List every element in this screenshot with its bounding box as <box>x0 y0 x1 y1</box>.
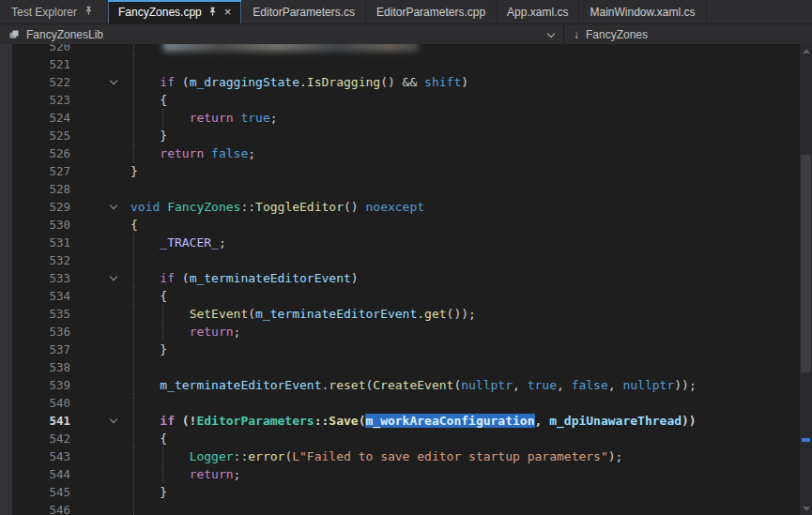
member-dropdown[interactable]: ↓ FancyZones <box>564 24 812 44</box>
breakpoint-margin[interactable] <box>0 269 12 287</box>
code-text[interactable]: { <box>123 430 799 447</box>
code-text[interactable] <box>123 358 799 376</box>
code-line[interactable]: 545 } <box>0 483 799 501</box>
scrollbar-up-button[interactable] <box>800 44 812 57</box>
code-text[interactable]: } <box>123 127 799 144</box>
code-line[interactable]: 530{ <box>0 216 799 234</box>
code-text[interactable]: } <box>123 162 799 180</box>
breakpoint-margin[interactable] <box>0 162 12 180</box>
breakpoint-margin[interactable] <box>0 127 12 144</box>
line-number[interactable]: 530 <box>12 216 70 234</box>
breakpoint-margin[interactable] <box>0 447 12 465</box>
code-line[interactable]: 533 if (m_terminateEditorEvent) <box>0 269 799 287</box>
collapse-chevron-icon[interactable] <box>110 416 117 423</box>
line-number[interactable]: 541 <box>12 412 70 430</box>
code-text[interactable]: void FancyZones::ToggleEditor() noexcept <box>123 198 799 216</box>
line-number[interactable]: 545 <box>12 483 70 501</box>
line-number[interactable]: 528 <box>12 180 70 198</box>
breakpoint-margin[interactable] <box>0 412 12 430</box>
breakpoint-margin[interactable] <box>0 358 12 376</box>
code-text[interactable]: _TRACER_; <box>123 234 799 251</box>
line-number[interactable]: 524 <box>12 109 70 127</box>
code-line[interactable]: 529void FancyZones::ToggleEditor() noexc… <box>0 198 799 216</box>
code-line[interactable]: 541 if (!EditorParameters::Save(m_workAr… <box>0 412 799 430</box>
line-number[interactable]: 537 <box>12 341 70 358</box>
breakpoint-margin[interactable] <box>0 251 12 269</box>
code-line[interactable]: 532 <box>0 251 799 269</box>
line-number[interactable]: 533 <box>12 269 70 287</box>
scrollbar-down-button[interactable] <box>800 502 812 515</box>
code-line[interactable]: 535 SetEvent(m_terminateEditorEvent.get(… <box>0 305 799 323</box>
code-line[interactable]: 531 _TRACER_; <box>0 234 799 251</box>
code-line[interactable]: 524 return true; <box>0 109 799 127</box>
tab-fancyzones-cpp[interactable]: FancyZones.cpp× <box>108 0 242 23</box>
tab-editorparameters-cs[interactable]: EditorParameters.cs <box>242 0 366 23</box>
code-line[interactable]: 527} <box>0 162 799 180</box>
line-number[interactable]: 523 <box>12 91 70 109</box>
line-number[interactable]: 527 <box>12 162 70 180</box>
code-text[interactable]: { <box>123 216 799 234</box>
tab-mainwindow-xaml-cs[interactable]: MainWindow.xaml.cs <box>579 0 706 23</box>
code-line[interactable]: 542 { <box>0 430 799 447</box>
breakpoint-margin[interactable] <box>0 144 12 162</box>
breakpoint-margin[interactable] <box>0 55 12 73</box>
line-number[interactable]: 531 <box>12 234 70 251</box>
code-line[interactable]: 534 { <box>0 287 799 305</box>
code-text[interactable]: return; <box>123 465 799 483</box>
code-line[interactable]: 544 return; <box>0 465 799 483</box>
breakpoint-margin[interactable] <box>0 73 12 91</box>
close-icon[interactable]: × <box>224 6 232 18</box>
line-number[interactable]: 535 <box>12 305 70 323</box>
breakpoint-margin[interactable] <box>0 394 12 412</box>
line-number[interactable]: 526 <box>12 144 70 162</box>
code-text[interactable]: return false; <box>123 144 799 162</box>
breakpoint-margin[interactable] <box>0 501 12 515</box>
line-number[interactable]: 525 <box>12 127 70 144</box>
code-text[interactable] <box>123 180 799 198</box>
line-number[interactable]: 534 <box>12 287 70 305</box>
code-text[interactable] <box>123 44 799 55</box>
code-line[interactable]: 522 if (m_draggingState.IsDragging() && … <box>0 73 799 91</box>
code-line[interactable]: 520 <box>0 44 799 55</box>
code-editor[interactable]: 520 521522 if (m_draggingState.IsDraggin… <box>0 44 812 515</box>
code-text[interactable] <box>123 251 799 269</box>
breakpoint-margin[interactable] <box>0 430 12 447</box>
code-line[interactable]: 540 <box>0 394 799 412</box>
code-line[interactable]: 523 { <box>0 91 799 109</box>
code-text[interactable] <box>123 394 799 412</box>
code-text[interactable]: if (m_draggingState.IsDragging() && shif… <box>123 73 799 91</box>
breakpoint-margin[interactable] <box>0 109 12 127</box>
line-number[interactable]: 522 <box>12 73 70 91</box>
code-line[interactable]: 543 Logger::error(L"Failed to save edito… <box>0 447 799 465</box>
code-text[interactable]: if (!EditorParameters::Save(m_workAreaCo… <box>123 412 799 430</box>
code-text[interactable] <box>123 501 799 515</box>
code-line[interactable]: 526 return false; <box>0 144 799 162</box>
code-text[interactable]: { <box>123 91 799 109</box>
breakpoint-margin[interactable] <box>0 323 12 341</box>
line-number[interactable]: 542 <box>12 430 70 447</box>
pin-icon[interactable] <box>207 7 218 17</box>
code-line[interactable]: 537 } <box>0 341 799 358</box>
line-number[interactable]: 520 <box>12 44 70 55</box>
breakpoint-margin[interactable] <box>0 483 12 501</box>
breakpoint-margin[interactable] <box>0 180 12 198</box>
code-text[interactable]: { <box>123 287 799 305</box>
breakpoint-margin[interactable] <box>0 216 12 234</box>
code-line[interactable]: 525 } <box>0 127 799 144</box>
breakpoint-margin[interactable] <box>0 465 12 483</box>
code-text[interactable]: return; <box>123 323 799 341</box>
code-line[interactable]: 528 <box>0 180 799 198</box>
vertical-scrollbar[interactable] <box>799 44 812 515</box>
breakpoint-margin[interactable] <box>0 305 12 323</box>
line-number[interactable]: 543 <box>12 447 70 465</box>
collapse-chevron-icon[interactable] <box>110 77 117 84</box>
line-number[interactable]: 538 <box>12 358 70 376</box>
code-text[interactable]: if (m_terminateEditorEvent) <box>123 269 799 287</box>
line-number[interactable]: 544 <box>12 465 70 483</box>
breakpoint-margin[interactable] <box>0 198 12 216</box>
breakpoint-margin[interactable] <box>0 44 12 55</box>
scrollbar-thumb[interactable] <box>801 155 811 372</box>
breakpoint-margin[interactable] <box>0 287 12 305</box>
line-number[interactable]: 529 <box>12 198 70 216</box>
code-text[interactable]: return true; <box>123 109 799 127</box>
